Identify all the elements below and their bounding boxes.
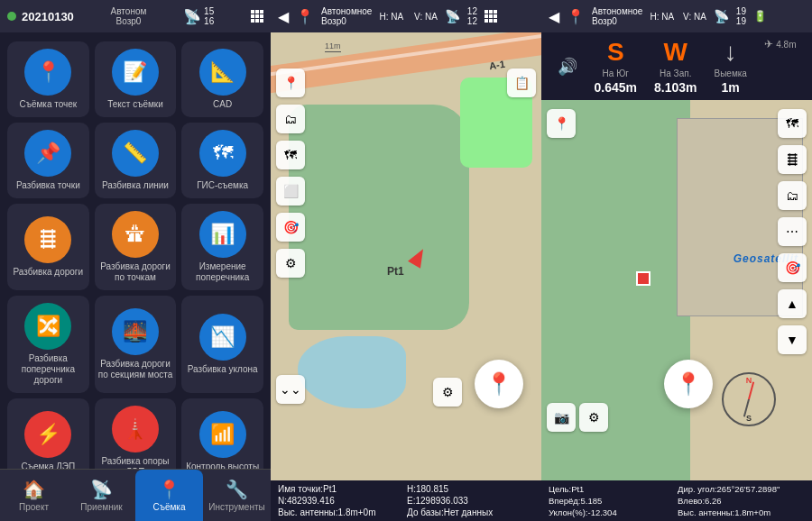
west-dir-value: 8.103m — [654, 80, 697, 95]
menu-item-stakeout-points[interactable]: 📌 Разбивка точки — [7, 123, 89, 198]
west-arrow-icon: W — [664, 38, 687, 67]
menu-item-gis-survey[interactable]: 🗺 ГИС-съемка — [181, 123, 263, 198]
layers2-tool-btn[interactable]: ⚙ — [276, 249, 305, 278]
status-left: 20210130 — [7, 10, 74, 23]
survey-points-icon: 📍 — [24, 49, 71, 96]
south-dir-value: 0.645m — [595, 80, 637, 95]
panel-menu: 20210130 Автоном Возр0 📡 15 16 📍 Съёмка … — [0, 0, 271, 521]
nav-receiver-label: Приемник — [80, 502, 122, 512]
height-control-icon: 📶 — [199, 411, 246, 458]
date-label: 20210130 — [22, 10, 74, 23]
p3-mode-info: Автономное Возр0 — [592, 6, 642, 26]
p3-down-btn[interactable]: ▼ — [778, 325, 807, 354]
extract-arrow-icon: ↓ — [724, 38, 737, 67]
menu-item-road-sections[interactable]: 🌉 Разбивка дороги по секциям моста — [95, 296, 177, 393]
p3-toolbar-left: 📍 — [547, 109, 576, 138]
survey-points-label: Съёмка точек — [19, 99, 77, 110]
p3-back-arrow[interactable]: ◀ — [549, 8, 559, 25]
nav-item-receiver[interactable]: 📡 Приемник — [68, 470, 135, 521]
nav-survey-label: Съёмка — [152, 502, 185, 512]
p3-toolbar-right: 🗺 🛤 🗂 ⋯ 🎯 ▲ ▼ — [778, 109, 807, 354]
direction-west: W На Зап. 8.103m — [654, 38, 697, 95]
map-tool-btn[interactable]: 🗺 — [276, 141, 305, 169]
p3-target-info: Цель:Pt1 — [549, 484, 676, 494]
menu-item-cross-road[interactable]: 🔀 Разбивка поперечника дороги — [7, 296, 89, 393]
p3-antenna-info: Выс. антенны:1.8m+0m — [678, 507, 805, 517]
p3-bottom-toolbar: 📷 ⚙ — [547, 403, 608, 432]
p3-layers-btn[interactable]: 🗂 — [778, 181, 807, 210]
road-points-icon: 🛣 — [112, 211, 159, 258]
p3-screenshot-btn[interactable]: 📷 — [547, 403, 576, 432]
map-mode-info: Автономное Возр0 — [321, 6, 372, 26]
volume-icon[interactable]: 🔊 — [558, 57, 577, 77]
cross-road-icon: 🔀 — [24, 303, 71, 350]
nav-item-survey[interactable]: 📍 Съёмка — [135, 470, 203, 521]
location-tool-btn[interactable]: 📍 — [276, 69, 305, 97]
menu-item-survey-points[interactable]: 📍 Съёмка точек — [7, 41, 89, 117]
grid-icon — [251, 10, 263, 23]
stakeout-lines-icon: 📏 — [112, 130, 159, 177]
nav-item-tools[interactable]: 🔧 Инструменты — [203, 470, 271, 521]
p3-settings-btn[interactable]: ⚙ — [579, 403, 608, 432]
bottom-nav: 🏠 Проект 📡 Приемник 📍 Съёмка 🔧 Инструмен… — [0, 469, 271, 521]
back-arrow-icon[interactable]: ◀ — [278, 8, 289, 25]
map-header: ◀ 📍 Автономное Возр0 H: NA V: NA 📡 12 12 — [271, 0, 541, 32]
menu-item-lep-survey[interactable]: ⚡ Съемка ЛЭП — [7, 398, 89, 469]
chevron-down-btn[interactable]: ⌄⌄ — [276, 375, 305, 404]
pt1-label: Pt1 — [387, 265, 404, 278]
p3-location-btn[interactable]: 📍 — [547, 109, 576, 138]
map-toolbar-left: 📍 🗂 🗺 ⬜ 🎯 ⚙ — [276, 69, 305, 278]
p3-slope-info: Уклон(%):-12.304 — [549, 507, 676, 517]
small-plane-icon: ✈ 4.8m — [764, 38, 797, 50]
point-name-info: Имя точки:Pt1 — [278, 484, 405, 494]
location-header-icon: 📍 — [296, 8, 314, 25]
mode-label: Автоном Возр0 — [111, 6, 147, 26]
cross-section-label: Измерение поперечника — [185, 261, 260, 283]
layers-tool-btn[interactable]: 🗂 — [276, 105, 305, 133]
compass-n-label: N — [746, 376, 752, 385]
lep-survey-icon: ⚡ — [24, 411, 71, 458]
p3-up-btn[interactable]: ▲ — [778, 289, 807, 318]
sat-counts: 12 12 — [467, 6, 477, 26]
panel3-header: ◀ 📍 Автономное Возр0 H: NA V: NA 📡 19 19… — [541, 0, 812, 32]
p3-left-info: Влево:6.26 — [678, 496, 805, 506]
p3-route-btn[interactable]: 🛤 — [778, 145, 807, 174]
text-survey-icon: 📝 — [112, 49, 159, 96]
menu-item-cross-section[interactable]: 📊 Измерение поперечника — [181, 204, 263, 290]
map-body[interactable]: А-1 11m Pt1 📍 🗂 🗺 ⬜ 🎯 ⚙ 📋 ⌄⌄ ⚙ 📍 — [271, 32, 541, 480]
cad-label: CAD — [213, 99, 232, 110]
p3-big-location-btn[interactable]: 📍 — [664, 360, 713, 408]
nav-item-project[interactable]: 🏠 Проект — [0, 470, 68, 521]
slope-icon: 📉 — [199, 314, 246, 361]
nav-project-label: Проект — [19, 502, 49, 512]
text-survey-label: Текст съёмки — [107, 99, 163, 110]
p3-target-btn[interactable]: 🎯 — [778, 253, 807, 282]
tools-icon: 🔧 — [226, 479, 248, 500]
road-sections-icon: 🌉 — [112, 308, 159, 355]
west-dir-label: На Зап. — [660, 69, 691, 78]
menu-item-road-points[interactable]: 🛣 Разбивка дороги по точкам — [95, 204, 177, 290]
menu-item-slope[interactable]: 📉 Разбивка уклона — [181, 296, 263, 393]
settings-tool-btn[interactable]: ⚙ — [433, 378, 462, 407]
stakeout-points-icon: 📌 — [24, 130, 71, 177]
p3-forward-info: Вперёд:5.185 — [549, 496, 676, 506]
compass-s-label: S — [746, 414, 752, 423]
map-toolbar-right: 📋 — [507, 69, 536, 97]
panel-navigation: ◀ 📍 Автономное Возр0 H: NA V: NA 📡 19 19… — [541, 0, 812, 521]
menu-item-text-survey[interactable]: 📝 Текст съёмки — [95, 41, 177, 117]
menu-item-lep-support[interactable]: 🗼 Разбивка опоры ЛЭП — [95, 398, 177, 469]
menu-item-road-stakeout[interactable]: 🛤 Разбивка дороги — [7, 204, 89, 290]
p3-map-layers-btn[interactable]: 🗺 — [778, 109, 807, 138]
extract-dir-value: 1m — [722, 80, 740, 95]
menu-item-cad[interactable]: 📐 CAD — [181, 41, 263, 117]
menu-item-stakeout-lines[interactable]: 📏 Разбивка линии — [95, 123, 177, 198]
lep-support-label: Разбивка опоры ЛЭП — [98, 456, 173, 469]
p3-dots-btn[interactable]: ⋯ — [778, 217, 807, 246]
right-tool-1[interactable]: 📋 — [507, 69, 536, 97]
gps-tool-btn[interactable]: 🎯 — [276, 213, 305, 242]
select-tool-btn[interactable]: ⬜ — [276, 177, 305, 206]
big-location-btn[interactable]: 📍 — [475, 360, 523, 408]
panel3-map[interactable]: Geosatellit N S 📍 🗺 🛤 🗂 ⋯ 🎯 ▲ ▼ 📍 📷 ⚙ — [541, 100, 812, 480]
menu-item-height-control[interactable]: 📶 Контроль высоты — [181, 398, 263, 469]
p3-pt1-flag — [636, 271, 651, 286]
